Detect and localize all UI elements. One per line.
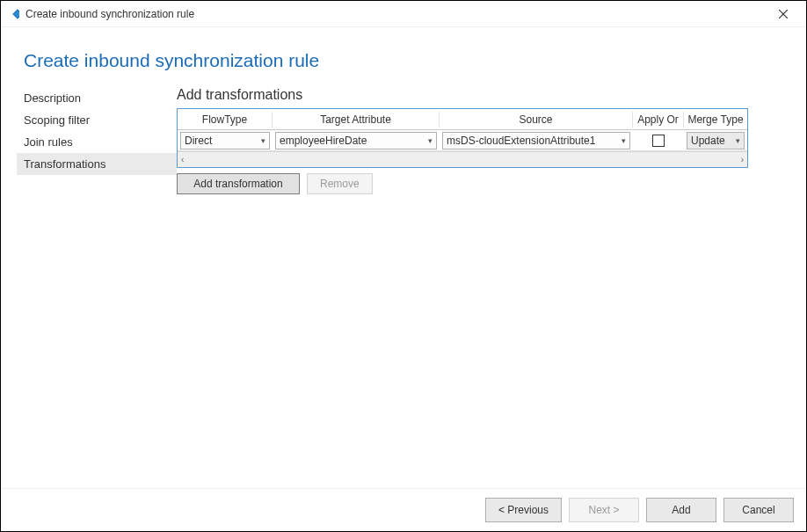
sidebar-item-scoping-filter[interactable]: Scoping filter — [17, 109, 177, 131]
apply-once-checkbox[interactable] — [652, 135, 665, 147]
transformations-grid: FlowType Target Attribute Source Apply O… — [177, 108, 748, 168]
grid-actions: Add transformation Remove — [177, 173, 783, 194]
col-flowtype: FlowType — [178, 112, 273, 128]
target-attribute-value: employeeHireDate — [280, 135, 425, 147]
grid-horizontal-scrollbar[interactable]: ‹ › — [178, 151, 747, 167]
wizard-footer: < Previous Next > Add Cancel — [1, 488, 806, 531]
chevron-down-icon: ▾ — [261, 136, 265, 145]
flowtype-dropdown[interactable]: Direct ▾ — [180, 132, 270, 149]
scroll-left-icon[interactable]: ‹ — [181, 155, 184, 164]
sidebar-item-description[interactable]: Description — [17, 87, 177, 109]
main-panel: Add transformations FlowType Target Attr… — [177, 87, 783, 488]
chevron-down-icon: ▾ — [428, 136, 433, 145]
dialog-window: Create inbound synchronization rule Crea… — [0, 0, 807, 532]
app-icon — [6, 7, 20, 21]
col-source: Source — [440, 112, 633, 128]
merge-type-dropdown[interactable]: Update ▾ — [687, 132, 745, 149]
cancel-button[interactable]: Cancel — [723, 498, 794, 522]
source-value: msDS-cloudExtensionAttribute1 — [447, 135, 618, 147]
page-title: Create inbound synchronization rule — [1, 27, 806, 87]
close-icon — [779, 10, 788, 18]
sidebar-item-join-rules[interactable]: Join rules — [17, 131, 177, 153]
sidebar-item-transformations[interactable]: Transformations — [17, 153, 177, 175]
close-button[interactable] — [766, 1, 801, 27]
chevron-down-icon: ▾ — [622, 136, 626, 145]
dialog-body: Create inbound synchronization rule Desc… — [1, 27, 806, 488]
titlebar: Create inbound synchronization rule — [1, 1, 806, 27]
remove-button: Remove — [307, 173, 373, 194]
content-area: Description Scoping filter Join rules Tr… — [1, 87, 806, 488]
chevron-down-icon: ▾ — [736, 136, 740, 145]
window-title: Create inbound synchronization rule — [25, 8, 766, 20]
col-target-attribute: Target Attribute — [273, 112, 440, 128]
svg-rect-0 — [13, 10, 19, 18]
add-transformation-button[interactable]: Add transformation — [177, 173, 300, 194]
target-attribute-dropdown[interactable]: employeeHireDate ▾ — [275, 132, 437, 149]
section-title: Add transformations — [177, 87, 783, 103]
next-button: Next > — [569, 498, 639, 522]
previous-button[interactable]: < Previous — [485, 498, 562, 522]
col-apply-once: Apply Or — [633, 112, 684, 128]
grid-header: FlowType Target Attribute Source Apply O… — [178, 109, 747, 130]
table-row[interactable]: Direct ▾ employeeHireDate ▾ — [178, 130, 747, 151]
flowtype-value: Direct — [185, 135, 258, 147]
add-button[interactable]: Add — [646, 498, 716, 522]
col-merge-type: Merge Type — [684, 112, 747, 128]
step-sidebar: Description Scoping filter Join rules Tr… — [1, 87, 177, 488]
merge-type-value: Update — [691, 135, 732, 147]
source-dropdown[interactable]: msDS-cloudExtensionAttribute1 ▾ — [442, 132, 630, 149]
scroll-right-icon[interactable]: › — [741, 155, 744, 164]
